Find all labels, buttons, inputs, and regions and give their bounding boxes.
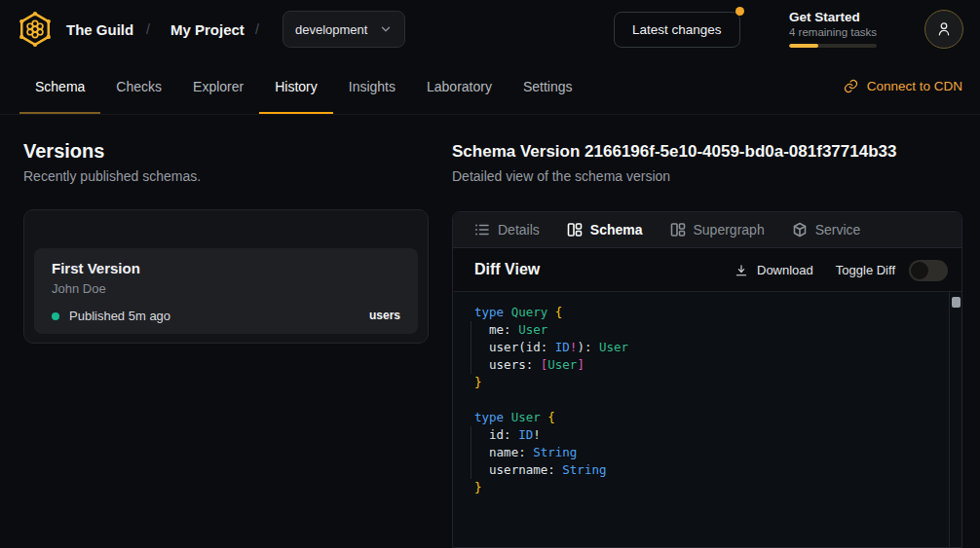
code-line: type Query { [474, 304, 628, 321]
main-nav: SchemaChecksExplorerHistoryInsightsLabor… [0, 58, 980, 115]
person-icon [934, 19, 954, 39]
get-started-progress-fill [789, 44, 818, 48]
diff-view-header: Diff View Download Toggle Diff [453, 248, 961, 292]
cube-icon [792, 222, 808, 237]
get-started-progressbar [789, 44, 877, 48]
toggle-diff-label: Toggle Diff [836, 263, 895, 277]
code-line: users: [User] [474, 356, 628, 374]
columns-icon [670, 222, 686, 237]
latest-changes-button[interactable]: Latest changes [614, 12, 740, 48]
nav-tab-label: Schema [35, 79, 85, 94]
nav-tab-schema[interactable]: Schema [19, 58, 100, 114]
versions-list-card: First Version John Doe Published 5m ago … [23, 209, 429, 344]
toggle-diff-switch[interactable] [909, 260, 948, 281]
code-line: username: String [474, 461, 628, 479]
detail-tab-label: Details [498, 222, 540, 237]
target-select-value: development [295, 22, 367, 37]
tab-underline [259, 112, 333, 114]
code-line: me: User [474, 321, 628, 339]
detail-tab-schema[interactable]: Schema [567, 222, 643, 237]
tab-underline [19, 112, 100, 114]
notification-dot [735, 7, 744, 16]
code-line: user(id: ID!): User [474, 339, 628, 356]
schema-version-subtitle: Detailed view of the schema version [452, 168, 670, 184]
download-button[interactable]: Download [734, 248, 813, 292]
target-select[interactable]: development [283, 11, 405, 48]
download-icon [734, 263, 749, 278]
connect-to-cdn-link[interactable]: Connect to CDN [843, 58, 962, 114]
nav-tab-label: Insights [349, 79, 396, 94]
code-line: type User { [474, 409, 628, 426]
toggle-diff-control: Toggle Diff [836, 248, 948, 292]
code-line: } [474, 479, 628, 496]
nav-tab-laboratory[interactable]: Laboratory [411, 58, 508, 114]
nav-tab-label: Settings [523, 79, 573, 94]
graphql-sdl-code: type Query { me: User user(id: ID!): Use… [474, 304, 628, 496]
detail-tab-details[interactable]: Details [474, 222, 540, 237]
nav-tab-label: Explorer [193, 79, 244, 94]
nav-tab-history[interactable]: History [259, 58, 333, 114]
version-status: Published 5m ago [52, 309, 170, 323]
nav-tab-settings[interactable]: Settings [508, 58, 588, 114]
version-name: First Version [52, 260, 140, 276]
download-label: Download [757, 263, 813, 277]
nav-tab-label: Checks [116, 79, 162, 94]
code-line [474, 391, 628, 409]
breadcrumb-separator: / [255, 0, 259, 58]
diff-view-title: Diff View [474, 261, 540, 278]
version-status-text: Published 5m ago [69, 309, 170, 323]
detail-tab-service[interactable]: Service [792, 222, 861, 237]
nav-tab-label: History [275, 79, 318, 94]
code-line: name: String [474, 444, 628, 461]
detail-tab-label: Supergraph [694, 222, 765, 237]
detail-tabbar: DetailsSchemaSupergraphService [453, 212, 961, 248]
nav-tab-label: Laboratory [427, 79, 492, 94]
list-icon [474, 222, 490, 237]
version-list-item[interactable]: First Version John Doe Published 5m ago … [34, 248, 418, 334]
indent-guide [471, 321, 471, 374]
versions-title: Versions [23, 140, 104, 163]
get-started-widget[interactable]: Get Started 4 remaining tasks [789, 10, 879, 48]
columns-icon [567, 222, 583, 237]
detail-tab-supergraph[interactable]: Supergraph [670, 222, 765, 237]
published-dot-icon [52, 312, 59, 320]
indent-guide [471, 426, 471, 479]
nav-tab-explorer[interactable]: Explorer [177, 58, 259, 114]
schema-version-title: Schema Version 2166196f-5e10-4059-bd0a-0… [452, 142, 896, 162]
get-started-subtitle: 4 remaining tasks [789, 26, 879, 38]
user-avatar[interactable] [924, 10, 963, 49]
breadcrumb-org[interactable]: The Guild [66, 0, 133, 58]
schema-code-viewer: type Query { me: User user(id: ID!): Use… [453, 292, 961, 547]
chevron-down-icon [379, 22, 393, 36]
breadcrumb-project[interactable]: My Project [170, 0, 245, 58]
version-service-badge: users [369, 309, 400, 322]
schema-version-panel: DetailsSchemaSupergraphService Diff View… [452, 211, 962, 548]
get-started-title: Get Started [789, 10, 879, 24]
code-line: } [474, 374, 628, 391]
toggle-knob [911, 262, 928, 279]
connect-to-cdn-label: Connect to CDN [867, 79, 962, 93]
code-line: id: ID! [474, 426, 628, 444]
breadcrumb-separator: / [146, 0, 150, 58]
scrollbar-thumb[interactable] [952, 297, 961, 308]
versions-subtitle: Recently published schemas. [23, 168, 201, 184]
scrollbar[interactable] [949, 292, 961, 547]
nav-tab-insights[interactable]: Insights [333, 58, 411, 114]
link-icon [843, 78, 859, 94]
detail-tab-label: Schema [590, 222, 643, 237]
top-header: The Guild / My Project / development Lat… [0, 0, 980, 58]
detail-tab-label: Service [815, 222, 861, 237]
nav-tab-checks[interactable]: Checks [100, 58, 177, 114]
hive-logo-icon[interactable] [16, 10, 55, 49]
main-nav-tabs: SchemaChecksExplorerHistoryInsightsLabor… [19, 58, 588, 114]
version-author: John Doe [52, 281, 106, 296]
app-window: The Guild / My Project / development Lat… [0, 0, 980, 548]
